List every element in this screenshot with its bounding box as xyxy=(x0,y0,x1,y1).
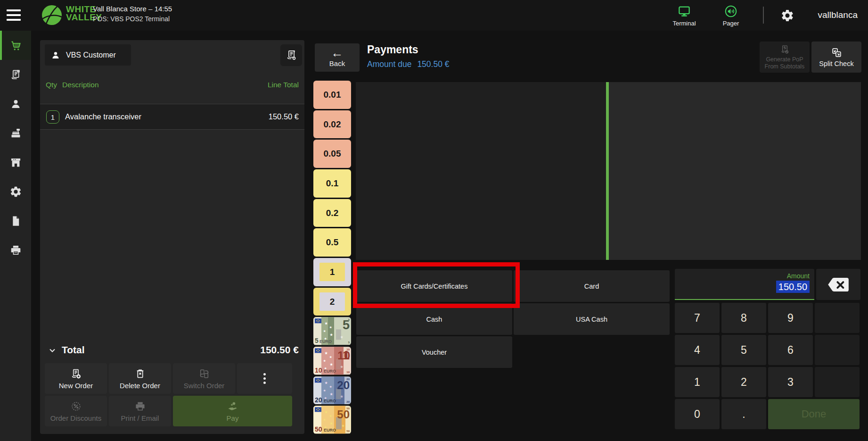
key-7[interactable]: 7 xyxy=(675,303,720,333)
key-5[interactable]: 5 xyxy=(721,335,766,365)
banknote-50-image: ★★★★★★ 50 50 50 50 EURO xyxy=(313,406,351,434)
settings-gear-icon[interactable] xyxy=(780,8,794,23)
denom-button-10[interactable]: ★★★★★★ 1 10 10 10 EURO 10 10 xyxy=(313,347,351,375)
hamburger-menu-icon[interactable] xyxy=(7,9,21,21)
svg-text:20: 20 xyxy=(337,379,350,391)
denom-button-20[interactable]: ★★★★★★ 20 20 20 20 EURO xyxy=(313,376,351,405)
document-icon xyxy=(9,215,22,227)
denom-button-50[interactable]: ★★★★★★ 50 50 50 50 EURO xyxy=(313,406,351,434)
method-gift-cards-button[interactable]: Gift Cards/Certificates xyxy=(356,270,512,302)
item-qty-badge: 1 xyxy=(46,110,59,124)
banknote-20-image: ★★★★★★ 20 20 20 20 EURO xyxy=(313,376,351,405)
sidebar-item-print-station[interactable] xyxy=(0,235,31,265)
numpad-keys: 7 8 9 4 5 6 1 2 3 0 . Done xyxy=(675,303,860,429)
denom-button-0.1[interactable]: 0.1 xyxy=(313,169,351,198)
svg-text:20: 20 xyxy=(315,396,322,404)
key-1[interactable]: 1 xyxy=(675,367,720,397)
backspace-key[interactable] xyxy=(816,269,860,300)
order-columns-header: Qty Description Line Total xyxy=(40,81,304,93)
terminal-button[interactable]: Terminal xyxy=(669,4,699,27)
sidebar-item-cart[interactable] xyxy=(0,31,31,60)
denom-button-0.05[interactable]: 0.05 xyxy=(313,140,351,168)
order-actions: New Order Delete Order Switch Order xyxy=(45,363,300,426)
key-3[interactable]: 3 xyxy=(768,367,813,397)
sidebar-item-register[interactable] xyxy=(0,118,31,148)
customer-name: VBS Customer xyxy=(66,51,116,59)
denom-button-0.5[interactable]: 0.5 xyxy=(313,228,351,257)
pager-button[interactable]: Pager xyxy=(716,4,746,27)
svg-text:★: ★ xyxy=(325,351,328,355)
sidebar-item-customers[interactable] xyxy=(0,89,31,118)
brand-logo xyxy=(41,5,62,25)
denom-button-0.02[interactable]: 0.02 xyxy=(313,110,351,139)
method-cash-button[interactable]: Cash xyxy=(356,303,512,335)
order-total-row: Total 150.50 € xyxy=(40,341,304,361)
new-order-button[interactable]: New Order xyxy=(45,363,107,394)
logged-in-username[interactable]: vallblanca xyxy=(818,10,858,20)
key-9[interactable]: 9 xyxy=(768,303,813,333)
method-voucher-button[interactable]: Voucher xyxy=(356,336,512,368)
customer-button[interactable]: VBS Customer xyxy=(45,44,131,66)
order-settings-button[interactable] xyxy=(280,44,302,66)
denom-button-1[interactable]: 1 xyxy=(313,258,351,286)
switch-order-button: Switch Order xyxy=(173,363,235,394)
order-discounts-button: Order Discounts xyxy=(45,396,107,426)
split-check-button[interactable]: Split Check xyxy=(811,42,861,73)
banknote-5-image: ★★★★★★ 5 5 5 5 EURO xyxy=(313,317,351,345)
sidebar-item-orders[interactable] xyxy=(0,60,31,89)
key-2[interactable]: 2 xyxy=(721,367,766,397)
generate-pop-icon xyxy=(779,44,790,55)
split-check-icon xyxy=(831,47,843,58)
column-line-total: Line Total xyxy=(268,81,299,89)
sidebar-item-documents[interactable] xyxy=(0,206,31,235)
printer-icon xyxy=(9,244,22,257)
svg-text:★: ★ xyxy=(323,419,326,422)
denom-button-2[interactable]: 2 xyxy=(313,288,351,316)
amount-due-label: Amount due xyxy=(367,59,411,69)
svg-text:★: ★ xyxy=(325,411,328,414)
order-panel: VBS Customer Qty Description Line Total … xyxy=(40,40,304,434)
svg-text:★: ★ xyxy=(329,326,332,329)
svg-text:EURO: EURO xyxy=(324,399,336,403)
svg-text:★: ★ xyxy=(330,363,333,366)
denom-button-0.01[interactable]: 0.01 xyxy=(313,81,351,109)
cash-register-icon xyxy=(9,127,22,140)
chevron-down-icon[interactable] xyxy=(48,346,57,355)
svg-text:★: ★ xyxy=(329,385,332,388)
new-order-icon xyxy=(70,368,82,380)
svg-text:★: ★ xyxy=(323,330,326,333)
key-decimal[interactable]: . xyxy=(721,399,766,429)
svg-text:EURO: EURO xyxy=(319,340,332,344)
switch-order-icon xyxy=(198,368,210,380)
svg-text:★: ★ xyxy=(340,336,344,339)
svg-text:★: ★ xyxy=(325,381,328,384)
item-description: Avalanche transceiver xyxy=(65,112,141,121)
method-usa-cash-button[interactable]: USA Cash xyxy=(514,303,670,335)
item-line-total: 150.50 € xyxy=(269,112,299,121)
svg-text:10: 10 xyxy=(337,349,350,362)
key-4[interactable]: 4 xyxy=(675,335,720,365)
key-8[interactable]: 8 xyxy=(721,303,766,333)
back-arrow-icon: ← xyxy=(331,48,344,58)
pay-button: Pay xyxy=(173,396,292,426)
sidebar-item-settings[interactable] xyxy=(0,177,31,206)
more-actions-button[interactable] xyxy=(237,363,292,394)
svg-text:★: ★ xyxy=(330,333,333,337)
denom-button-5[interactable]: ★★★★★★ 5 5 5 5 EURO xyxy=(313,317,351,345)
svg-text:★: ★ xyxy=(323,389,326,392)
amount-value: 150.50 xyxy=(776,281,810,293)
denom-button-0.2[interactable]: 0.2 xyxy=(313,199,351,227)
svg-text:★: ★ xyxy=(329,356,332,358)
back-button[interactable]: ← Back xyxy=(315,43,360,72)
delete-order-button[interactable]: Delete Order xyxy=(109,363,171,394)
method-card-button[interactable]: Card xyxy=(514,270,670,302)
delete-order-icon xyxy=(134,368,146,380)
order-line-item[interactable]: 1 Avalanche transceiver 150.50 € xyxy=(40,104,304,130)
sidebar-item-store[interactable] xyxy=(0,148,31,177)
receipt-gear-icon xyxy=(285,49,298,62)
key-0[interactable]: 0 xyxy=(675,399,720,429)
payments-title: Payments xyxy=(367,43,418,56)
key-6[interactable]: 6 xyxy=(768,335,813,365)
amount-display[interactable]: Amount 150.50 xyxy=(675,269,814,300)
key-blank-3 xyxy=(815,367,860,397)
